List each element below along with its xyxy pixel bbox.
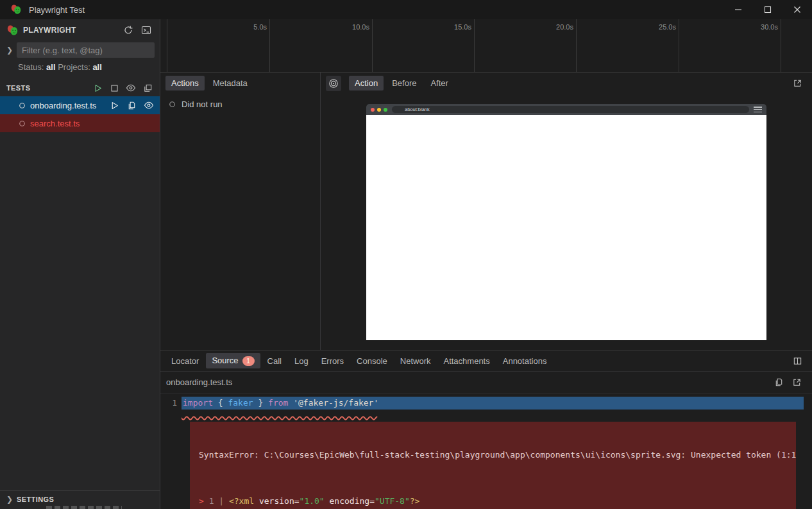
- window-title: Playwright Test: [29, 5, 85, 15]
- timeline-gridline: [679, 19, 679, 72]
- test-status-circle-icon: [18, 101, 26, 110]
- source-toolbar: onboarding.test.ts: [160, 372, 812, 393]
- status-value[interactable]: all: [46, 62, 55, 72]
- tab-metadata[interactable]: Metadata: [207, 76, 253, 91]
- timeline-tick: 25.0s: [659, 23, 676, 31]
- test-item-onboarding[interactable]: onboarding.test.ts: [0, 96, 160, 114]
- timeline-gridline: [269, 19, 270, 72]
- filter-row: ❯: [0, 41, 160, 59]
- timeline-gridline: [372, 19, 373, 72]
- source-error-badge: 1: [242, 356, 255, 366]
- tab-before[interactable]: Before: [386, 76, 422, 91]
- tab-actions[interactable]: Actions: [165, 76, 205, 91]
- timeline-gridline: [781, 19, 781, 72]
- playwright-logo-icon: [10, 4, 22, 15]
- tab-errors[interactable]: Errors: [316, 354, 350, 368]
- timeline-tick: 10.0s: [352, 23, 369, 31]
- test-item-label: onboarding.test.ts: [30, 101, 96, 110]
- page-url: about:blank: [405, 107, 430, 112]
- collapse-all-icon[interactable]: [142, 82, 153, 94]
- minimize-button[interactable]: [723, 0, 753, 19]
- error-frame-line: > 1 | <?xml version="1.0" encoding="UTF-…: [199, 496, 796, 507]
- clipped-bottom-artifact: [46, 506, 122, 509]
- playwright-logo-icon: [6, 24, 19, 37]
- status-label[interactable]: Status:: [18, 62, 44, 72]
- pick-locator-target-icon[interactable]: [326, 76, 341, 91]
- tab-call[interactable]: Call: [262, 354, 287, 368]
- status-circle-icon: [168, 100, 176, 108]
- tests-section-header: TESTS: [0, 80, 160, 96]
- split-view-icon[interactable]: [791, 355, 803, 367]
- sidebar-header: PLAYWRIGHT: [0, 19, 160, 41]
- line-number: 1: [160, 397, 182, 410]
- tab-source[interactable]: Source1: [206, 353, 260, 368]
- stop-icon[interactable]: [108, 82, 120, 94]
- bottom-panel: Locator Source1 Call Log Errors Console …: [160, 350, 812, 509]
- test-item-search[interactable]: search.test.ts: [0, 114, 160, 132]
- chevron-right-icon: ❯: [3, 495, 17, 504]
- address-bar: about:blank: [392, 106, 749, 113]
- middle-panels: Actions Metadata Did not run Action Bef: [160, 73, 812, 350]
- error-message: SyntaxError: C:\Courses\EpicWeb\full-sta…: [199, 449, 796, 461]
- settings-label: SETTINGS: [17, 496, 54, 503]
- bottom-tabstrip: Locator Source1 Call Log Errors Console …: [160, 350, 812, 372]
- traffic-light-close-icon: [371, 108, 375, 112]
- projects-value[interactable]: all: [92, 62, 101, 72]
- window-controls: [723, 0, 812, 19]
- filter-input[interactable]: [17, 42, 155, 58]
- playwright-test-window: Playwright Test PLAYWRIG: [0, 0, 812, 509]
- browser-chrome: about:blank: [366, 104, 766, 115]
- did-not-run-label: Did not run: [182, 99, 223, 109]
- menu-icon: [754, 107, 762, 112]
- source-code-view[interactable]: 1 import { faker } from '@faker-js/faker…: [160, 393, 812, 509]
- snapshot-tabstrip: Action Before After: [321, 73, 812, 94]
- watch-all-eye-icon[interactable]: [125, 82, 137, 94]
- open-external-icon[interactable]: [791, 78, 803, 89]
- close-button[interactable]: [782, 0, 812, 19]
- blank-page: [366, 115, 766, 340]
- run-test-icon[interactable]: [108, 99, 120, 111]
- projects-label[interactable]: Projects:: [58, 62, 90, 72]
- timeline-gridline: [167, 19, 167, 72]
- reload-icon[interactable]: [123, 24, 134, 36]
- syntax-error-block: SyntaxError: C:\Courses\EpicWeb\full-sta…: [190, 422, 796, 509]
- snapshot-panel: Action Before After: [321, 73, 812, 350]
- tab-console[interactable]: Console: [351, 354, 393, 368]
- copy-source-icon[interactable]: [126, 99, 137, 111]
- tab-annotations[interactable]: Annotations: [497, 354, 553, 368]
- timeline-tick: 15.0s: [454, 23, 471, 31]
- tab-network[interactable]: Network: [394, 354, 437, 368]
- titlebar: Playwright Test: [0, 0, 812, 19]
- tab-attachments[interactable]: Attachments: [437, 354, 495, 368]
- error-squiggle: [160, 410, 812, 415]
- sidebar: PLAYWRIGHT ❯ Status: all Projects: all T…: [0, 19, 160, 509]
- timeline-gridline: [474, 19, 475, 72]
- tab-locator[interactable]: Locator: [165, 354, 205, 368]
- tests-header-label: TESTS: [6, 84, 92, 92]
- tab-after[interactable]: After: [425, 76, 453, 91]
- tab-action[interactable]: Action: [349, 76, 384, 91]
- actions-panel: Actions Metadata Did not run: [160, 73, 321, 350]
- sidebar-title: PLAYWRIGHT: [23, 26, 123, 35]
- copy-icon[interactable]: [773, 377, 784, 388]
- actions-empty-state: Did not run: [160, 94, 320, 115]
- main-area: 5.0s 10.0s 15.0s 20.0s 25.0s 30.0s Actio…: [160, 19, 812, 509]
- run-all-icon[interactable]: [92, 82, 103, 94]
- settings-section[interactable]: ❯ SETTINGS: [0, 490, 160, 508]
- actions-tabstrip: Actions Metadata: [160, 73, 320, 94]
- timeline-gridline: [576, 19, 577, 72]
- timeline-tick: 30.0s: [761, 23, 778, 31]
- terminal-icon[interactable]: [140, 24, 152, 36]
- test-status-circle-icon: [18, 119, 26, 128]
- open-external-icon[interactable]: [791, 377, 802, 388]
- traffic-light-minimize-icon: [377, 108, 381, 112]
- status-row: Status: all Projects: all: [0, 59, 160, 77]
- traffic-light-zoom-icon: [384, 108, 387, 112]
- watch-test-eye-icon[interactable]: [143, 99, 155, 111]
- timeline[interactable]: 5.0s 10.0s 15.0s 20.0s 25.0s 30.0s: [160, 19, 812, 73]
- chevron-right-icon[interactable]: ❯: [3, 46, 17, 55]
- tab-log[interactable]: Log: [289, 354, 314, 368]
- browser-window: about:blank: [366, 104, 766, 340]
- timeline-tick: 20.0s: [556, 23, 573, 31]
- maximize-button[interactable]: [753, 0, 782, 19]
